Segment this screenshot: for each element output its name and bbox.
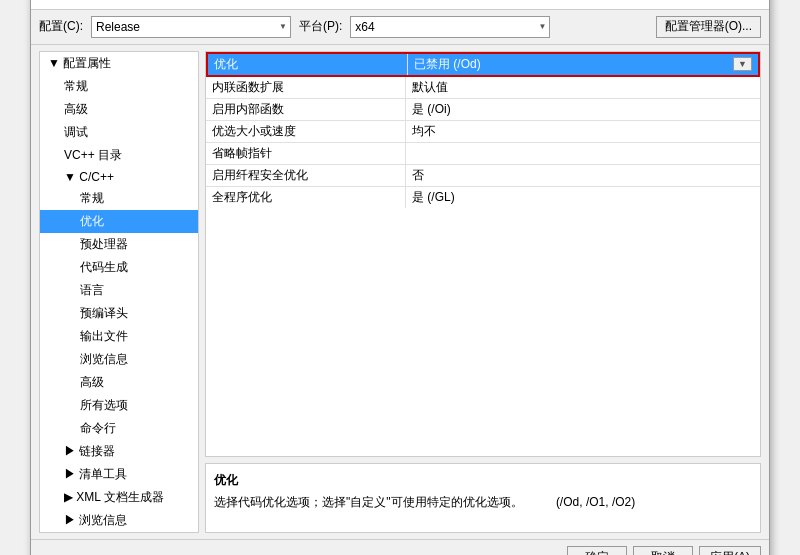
config-select[interactable]: Release xyxy=(91,16,291,38)
ok-button[interactable]: 确定 xyxy=(567,546,627,556)
prop-row-4: 省略帧指针 xyxy=(206,143,760,165)
prop-name-4: 省略帧指针 xyxy=(206,143,406,164)
tree-item-changgui[interactable]: 常规 xyxy=(40,75,198,98)
main-content: ▼ 配置属性常规高级调试VC++ 目录▼ C/C++常规优化预处理器代码生成语言… xyxy=(31,45,769,539)
desc-title: 优化 xyxy=(214,472,752,489)
prop-row-6: 全程序优化是 (/GL) xyxy=(206,187,760,209)
prop-name-6: 全程序优化 xyxy=(206,187,406,208)
footer: 确定 取消 应用(A) xyxy=(31,539,769,556)
properties-table: 优化已禁用 (/Od)▼内联函数扩展默认值启用内部函数是 (/Oi)优选大小或速… xyxy=(205,51,761,457)
tree-item-cpp-daima[interactable]: 代码生成 xyxy=(40,256,198,279)
tree-item-cpp-shuchu[interactable]: 输出文件 xyxy=(40,325,198,348)
tree-item-cpp-mingling[interactable]: 命令行 xyxy=(40,417,198,440)
tree-item-cpp-youhua[interactable]: 优化 xyxy=(40,210,198,233)
prop-value-3: 均不 xyxy=(406,121,760,142)
prop-dropdown-arrow-0[interactable]: ▼ xyxy=(733,57,752,71)
prop-name-1: 内联函数扩展 xyxy=(206,77,406,98)
prop-name-5: 启用纤程安全优化 xyxy=(206,165,406,186)
tree-panel: ▼ 配置属性常规高级调试VC++ 目录▼ C/C++常规优化预处理器代码生成语言… xyxy=(39,51,199,533)
prop-name-2: 启用内部函数 xyxy=(206,99,406,120)
tree-item-xml[interactable]: ▶ XML 文档生成器 xyxy=(40,486,198,509)
config-label: 配置(C): xyxy=(39,18,83,35)
tree-item-cpp-yubianyi[interactable]: 预编译头 xyxy=(40,302,198,325)
cancel-button[interactable]: 取消 xyxy=(633,546,693,556)
tree-item-cpp[interactable]: ▼ C/C++ xyxy=(40,167,198,187)
platform-select[interactable]: x64 xyxy=(350,16,550,38)
tree-item-cpp-yuchuli[interactable]: 预处理器 xyxy=(40,233,198,256)
prop-row-3: 优选大小或速度均不 xyxy=(206,121,760,143)
tree-item-tiaoshi[interactable]: 调试 xyxy=(40,121,198,144)
prop-name-0: 优化 xyxy=(208,54,408,75)
tree-item-vcpp[interactable]: VC++ 目录 xyxy=(40,144,198,167)
prop-value-6: 是 (/GL) xyxy=(406,187,760,208)
title-bar-buttons: ? ✕ xyxy=(713,0,761,4)
apply-button[interactable]: 应用(A) xyxy=(699,546,761,556)
tree-scroll-area: ▼ 配置属性常规高级调试VC++ 目录▼ C/C++常规优化预处理器代码生成语言… xyxy=(40,52,198,532)
prop-value-4 xyxy=(406,151,760,155)
prop-container: 优化已禁用 (/Od)▼内联函数扩展默认值启用内部函数是 (/Oi)优选大小或速… xyxy=(206,52,760,209)
description-panel: 优化 选择代码优化选项；选择"自定义"可使用特定的优化选项。 (/Od, /O1… xyxy=(205,463,761,533)
tree-item-cpp-gaoji[interactable]: 高级 xyxy=(40,371,198,394)
tree-item-gaoji[interactable]: 高级 xyxy=(40,98,198,121)
prop-row-1: 内联函数扩展默认值 xyxy=(206,77,760,99)
prop-name-3: 优选大小或速度 xyxy=(206,121,406,142)
desc-hint: (/Od, /O1, /O2) xyxy=(556,495,635,509)
close-button[interactable]: ✕ xyxy=(741,0,761,4)
prop-value-1: 默认值 xyxy=(406,77,760,98)
prop-row-0: 优化已禁用 (/Od)▼ xyxy=(206,52,760,77)
tree-item-peizhi[interactable]: ▼ 配置属性 xyxy=(40,52,198,75)
platform-select-wrapper: x64 xyxy=(350,16,550,38)
desc-main-text: 选择代码优化选项；选择"自定义"可使用特定的优化选项。 xyxy=(214,495,523,509)
title-bar: RPLidarDLL 属性页 ? ✕ xyxy=(31,0,769,10)
prop-row-5: 启用纤程安全优化否 xyxy=(206,165,760,187)
tree-item-cpp-suoyou[interactable]: 所有选项 xyxy=(40,394,198,417)
tree-item-cpp-lanlan[interactable]: 浏览信息 xyxy=(40,348,198,371)
help-button[interactable]: ? xyxy=(713,0,733,4)
platform-label: 平台(P): xyxy=(299,18,342,35)
dialog-title: RPLidarDLL 属性页 xyxy=(39,0,143,3)
tree-item-lianjie[interactable]: ▶ 链接器 xyxy=(40,440,198,463)
config-select-wrapper: Release xyxy=(91,16,291,38)
tree-item-qingdan[interactable]: ▶ 清单工具 xyxy=(40,463,198,486)
prop-value-2: 是 (/Oi) xyxy=(406,99,760,120)
desc-text: 选择代码优化选项；选择"自定义"可使用特定的优化选项。 (/Od, /O1, /… xyxy=(214,493,752,511)
tree-item-cpp-yuyan[interactable]: 语言 xyxy=(40,279,198,302)
config-manager-button[interactable]: 配置管理器(O)... xyxy=(656,16,761,38)
prop-value-5: 否 xyxy=(406,165,760,186)
prop-value-0[interactable]: 已禁用 (/Od)▼ xyxy=(408,54,758,75)
dialog: RPLidarDLL 属性页 ? ✕ 配置(C): Release 平台(P):… xyxy=(30,0,770,555)
tree-container: ▼ 配置属性常规高级调试VC++ 目录▼ C/C++常规优化预处理器代码生成语言… xyxy=(40,52,198,532)
tree-item-cpp-changgui[interactable]: 常规 xyxy=(40,187,198,210)
prop-row-2: 启用内部函数是 (/Oi) xyxy=(206,99,760,121)
tree-item-lanlan2[interactable]: ▶ 浏览信息 xyxy=(40,509,198,532)
right-panel: 优化已禁用 (/Od)▼内联函数扩展默认值启用内部函数是 (/Oi)优选大小或速… xyxy=(205,51,761,533)
toolbar: 配置(C): Release 平台(P): x64 配置管理器(O)... xyxy=(31,10,769,45)
